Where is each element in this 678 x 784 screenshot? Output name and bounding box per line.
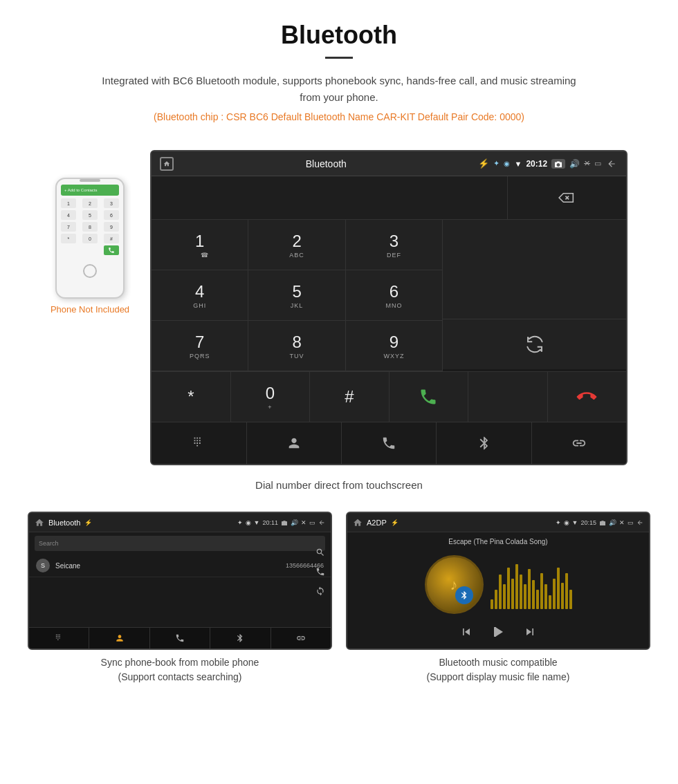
skip-back-button[interactable] xyxy=(459,625,473,642)
phone-key-5: 5 xyxy=(82,210,98,220)
dial-key-4[interactable]: 4 GHI xyxy=(152,270,248,320)
music-home-icon xyxy=(353,518,363,528)
time-display: 20:12 xyxy=(526,159,547,169)
phone-call-btn xyxy=(104,245,119,255)
nav-phone[interactable] xyxy=(342,422,437,464)
music-visualizer xyxy=(491,561,572,609)
music-status-right: ✦ ◉ ▼ 20:15 🔊 ✕ ▭ xyxy=(556,519,643,526)
nav-dialpad[interactable] xyxy=(152,422,246,464)
phone-dial-row-3: 7 8 9 xyxy=(61,222,119,232)
contacts-nav-bluetooth[interactable] xyxy=(210,628,271,648)
skip-forward-button[interactable] xyxy=(523,625,537,642)
contacts-caption: Sync phone-book from mobile phone (Suppo… xyxy=(28,655,332,684)
rect-icon: ▭ xyxy=(594,159,601,168)
dial-display-row xyxy=(152,176,626,220)
contacts-loc-icon: ◉ xyxy=(246,519,251,526)
phone-key-2: 2 xyxy=(82,198,98,208)
svg-rect-0 xyxy=(494,627,496,637)
phone-mockup: + Add to Contacts 1 2 3 4 5 6 7 8 9 xyxy=(55,178,125,299)
status-left xyxy=(160,157,174,171)
music-bt-icon: ✦ xyxy=(556,519,561,526)
music-content: Escape (The Pina Colada Song) ♪ xyxy=(347,532,649,648)
call-end-button[interactable] xyxy=(548,372,627,422)
album-art: ♪ xyxy=(425,555,484,614)
dial-display-backspace[interactable] xyxy=(507,176,626,219)
contacts-nav-bar xyxy=(29,627,331,648)
music-loc: ◉ xyxy=(564,519,569,526)
home-icon[interactable] xyxy=(160,157,174,171)
location-icon: ◉ xyxy=(504,160,510,167)
dial-key-0[interactable]: 0 + xyxy=(231,372,311,422)
play-pause-button[interactable] xyxy=(490,624,506,643)
page-description: Integrated with BC6 Bluetooth module, su… xyxy=(97,73,581,106)
nav-contacts[interactable] xyxy=(247,422,342,464)
music-screen-block: A2DP ⚡ ✦ ◉ ▼ 20:15 🔊 ✕ ▭ Escape xyxy=(346,512,650,684)
home-icon-sm xyxy=(35,518,44,528)
list-item[interactable]: S Seicane 13566664466 xyxy=(29,554,331,577)
right-sync[interactable] xyxy=(443,319,626,369)
contacts-list-area: S Seicane 13566664466 xyxy=(29,554,331,577)
contacts-signal: ▼ xyxy=(254,519,260,526)
contacts-nav-dialpad[interactable] xyxy=(29,628,89,648)
contacts-screen-block: Bluetooth ⚡ ✦ ◉ ▼ 20:11 🔊 ✕ ▭ Search xyxy=(28,512,332,684)
phone-dial-row-2: 4 5 6 xyxy=(61,210,119,220)
contacts-app-name: Bluetooth xyxy=(48,519,80,527)
dial-key-9[interactable]: 9 WXYZ xyxy=(346,321,442,371)
contacts-rect: ▭ xyxy=(309,519,315,526)
phone-dial-row-4: * 0 # xyxy=(61,234,119,243)
music-main-area: ♪ xyxy=(425,550,572,619)
back-arrow-icon[interactable] xyxy=(605,158,618,170)
contacts-nav-phone[interactable] xyxy=(150,628,210,648)
music-status-left: A2DP ⚡ xyxy=(353,518,398,528)
status-bar-title: Bluetooth xyxy=(306,158,347,169)
phone-key-3: 3 xyxy=(104,198,119,208)
contacts-vol: 🔊 xyxy=(291,519,298,526)
contacts-search-placeholder: Search xyxy=(39,540,321,547)
phone-key-star: * xyxy=(61,234,76,243)
search-icon-side xyxy=(315,548,325,557)
phone-key-8: 8 xyxy=(82,222,98,232)
status-icons: ⚡ ✦ ◉ ▼ 20:12 🔊 ✕ ▭ xyxy=(478,158,618,170)
dial-key-3[interactable]: 3 DEF xyxy=(346,220,442,270)
page-title: Bluetooth xyxy=(14,21,664,50)
music-screen: A2DP ⚡ ✦ ◉ ▼ 20:15 🔊 ✕ ▭ Escape xyxy=(346,512,650,650)
dial-key-5[interactable]: 5 JKL xyxy=(248,270,345,320)
contacts-status-right: ✦ ◉ ▼ 20:11 🔊 ✕ ▭ xyxy=(237,519,325,526)
contacts-back-icon xyxy=(318,519,325,526)
music-status-bar: A2DP ⚡ ✦ ◉ ▼ 20:15 🔊 ✕ ▭ xyxy=(347,513,649,532)
dialpad-container: 1 ☎ 2 ABC 3 DEF xyxy=(152,176,626,464)
dial-key-8[interactable]: 8 TUV xyxy=(248,321,345,371)
bluetooth-overlay xyxy=(455,586,473,604)
dial-key-1[interactable]: 1 ☎ xyxy=(152,220,248,270)
music-back-icon xyxy=(636,519,643,526)
contacts-search-bar: Search xyxy=(35,536,325,551)
phone-sidebar: + Add to Contacts 1 2 3 4 5 6 7 8 9 xyxy=(51,150,129,315)
call-accept-button[interactable] xyxy=(390,372,469,422)
camera-icon-area xyxy=(551,159,565,169)
nav-bluetooth[interactable] xyxy=(437,422,531,464)
dial-row-2: 4 GHI 5 JKL 6 MNO xyxy=(152,270,442,321)
page-header: Bluetooth Integrated with BC6 Bluetooth … xyxy=(0,0,678,143)
nav-link[interactable] xyxy=(532,422,626,464)
dial-key-hash[interactable]: # xyxy=(310,372,390,422)
dial-key-star[interactable]: * xyxy=(152,372,231,422)
dial-key-6[interactable]: 6 MNO xyxy=(346,270,442,320)
android-dial-screen: Bluetooth ⚡ ✦ ◉ ▼ 20:12 🔊 ✕ ▭ xyxy=(150,150,627,465)
contacts-x: ✕ xyxy=(301,519,306,526)
contacts-time: 20:11 xyxy=(262,519,278,526)
contacts-camera-icon xyxy=(281,520,288,525)
contacts-usb-icon: ⚡ xyxy=(84,519,92,526)
dial-row-1: 1 ☎ 2 ABC 3 DEF xyxy=(152,220,442,270)
status-bar: Bluetooth ⚡ ✦ ◉ ▼ 20:12 🔊 ✕ ▭ xyxy=(152,151,626,176)
phone-key-1: 1 xyxy=(61,198,76,208)
dial-nav-bar xyxy=(152,422,626,464)
dial-key-2[interactable]: 2 ABC xyxy=(248,220,345,270)
dial-key-7[interactable]: 7 PQRS xyxy=(152,321,248,371)
contacts-nav-link[interactable] xyxy=(271,628,331,648)
dial-caption: Dial number direct from touchscreen xyxy=(0,479,678,491)
phone-not-included-label: Phone Not Included xyxy=(51,304,129,315)
dialpad-main: 1 ☎ 2 ABC 3 DEF xyxy=(152,220,626,371)
music-song-title: Escape (The Pina Colada Song) xyxy=(448,538,547,545)
phone-key-7: 7 xyxy=(61,222,76,232)
contacts-nav-person[interactable] xyxy=(89,628,149,648)
